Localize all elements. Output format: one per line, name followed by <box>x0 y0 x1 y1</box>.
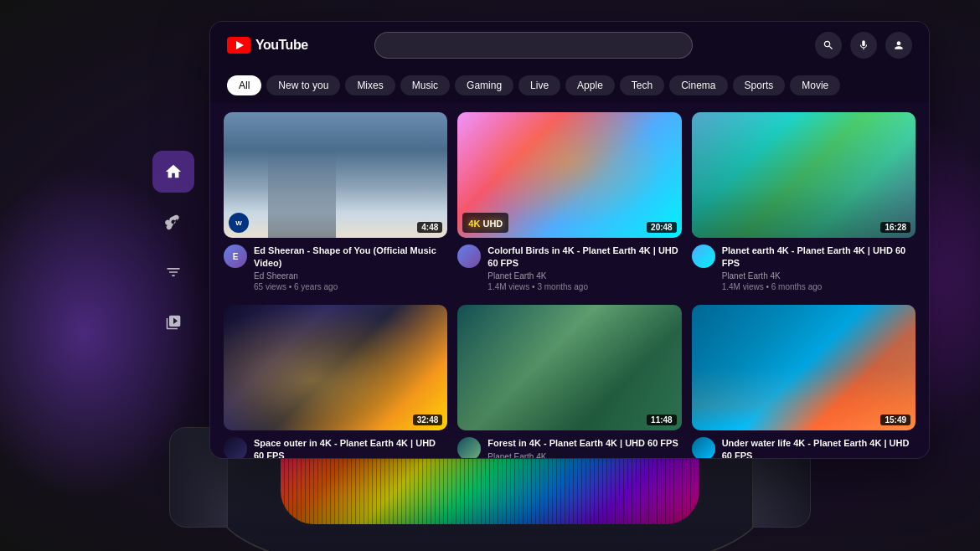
video-duration-5: 11:48 <box>647 415 677 425</box>
video-card-3[interactable]: 16:28 Planet earth 4K - Planet Earth 4K … <box>692 112 916 295</box>
badge-4k-uhd-2: 4K UHD <box>462 213 508 233</box>
tab-all[interactable]: All <box>227 75 261 95</box>
category-tabs: All New to you Mixes Music Gaming Live A… <box>210 69 929 102</box>
video-channel-5: Planet Earth 4K <box>487 452 681 459</box>
tab-live[interactable]: Live <box>518 75 560 95</box>
video-meta-2: Colorful Birds in 4K - Planet Earth 4K |… <box>487 245 681 291</box>
video-meta-5: Forest in 4K - Planet Earth 4K | UHD 60 … <box>487 437 681 459</box>
video-meta-4: Space outer in 4K - Planet Earth 4K | UH… <box>254 437 447 459</box>
video-title-3: Planet earth 4K - Planet Earth 4K | UHD … <box>722 245 916 269</box>
youtube-window: YouTube All New to you Mixes Music Gamin… <box>209 21 930 459</box>
video-info-1: E Ed Sheeran - Shape of You (Official Mu… <box>224 238 447 295</box>
video-duration-6: 15:49 <box>880 415 910 425</box>
video-thumbnail-3: 16:28 <box>692 112 916 238</box>
youtube-logo-text: YouTube <box>255 38 308 53</box>
search-icon-btn[interactable] <box>815 32 842 59</box>
video-duration-4: 32:48 <box>413 415 443 425</box>
video-stats-1: 65 views • 6 years ago <box>254 282 447 291</box>
video-title-5: Forest in 4K - Planet Earth 4K | UHD 60 … <box>487 437 681 449</box>
video-thumbnail-1: W 4:48 <box>224 112 447 238</box>
sidebar-item-home[interactable] <box>152 151 194 193</box>
video-thumbnail-6: 15:49 <box>692 305 916 430</box>
video-info-2: Colorful Birds in 4K - Planet Earth 4K |… <box>457 238 681 295</box>
video-title-1: Ed Sheeran - Shape of You (Official Musi… <box>254 245 447 269</box>
warner-badge: W <box>229 213 249 233</box>
video-thumbnail-4: 32:48 <box>224 305 447 430</box>
video-channel-3: Planet Earth 4K <box>722 271 916 281</box>
tab-sports[interactable]: Sports <box>733 75 786 95</box>
tab-cinema[interactable]: Cinema <box>669 75 727 95</box>
tab-gaming[interactable]: Gaming <box>455 75 513 95</box>
youtube-logo-icon <box>227 37 250 54</box>
mic-icon-btn[interactable] <box>850 32 877 59</box>
video-info-3: Planet earth 4K - Planet Earth 4K | UHD … <box>692 238 916 295</box>
video-card-6[interactable]: 15:49 Under water life 4K - Planet Earth… <box>692 305 916 459</box>
video-thumbnail-2: 4K UHD 20:48 <box>457 112 681 238</box>
video-card-2[interactable]: 4K UHD 20:48 Colorful Birds in 4K - Plan… <box>457 112 681 295</box>
channel-avatar-1: E <box>224 245 247 268</box>
channel-avatar-6 <box>692 437 715 459</box>
video-title-4: Space outer in 4K - Planet Earth 4K | UH… <box>254 437 447 459</box>
video-content: W 4:48 E Ed Sheeran - Shape of You (Offi… <box>210 102 929 459</box>
header: YouTube <box>210 22 929 69</box>
channel-avatar-4 <box>224 437 247 459</box>
search-bar[interactable] <box>374 32 693 59</box>
video-card-4[interactable]: 32:48 Space outer in 4K - Planet Earth 4… <box>224 305 447 459</box>
youtube-logo[interactable]: YouTube <box>227 37 308 54</box>
video-card-5[interactable]: 11:48 Forest in 4K - Planet Earth 4K | U… <box>457 305 681 459</box>
sidebar <box>147 151 200 343</box>
video-meta-6: Under water life 4K - Planet Earth 4K | … <box>722 437 916 459</box>
video-title-6: Under water life 4K - Planet Earth 4K | … <box>722 437 916 459</box>
sidebar-item-shorts[interactable] <box>152 201 194 243</box>
video-info-6: Under water life 4K - Planet Earth 4K | … <box>692 430 916 459</box>
tab-apple[interactable]: Apple <box>565 75 615 95</box>
video-duration-2: 20:48 <box>647 222 677 233</box>
video-grid: W 4:48 E Ed Sheeran - Shape of You (Offi… <box>224 112 916 459</box>
channel-avatar-2 <box>457 245 481 268</box>
video-meta-1: Ed Sheeran - Shape of You (Official Musi… <box>254 245 447 291</box>
video-meta-3: Planet earth 4K - Planet Earth 4K | UHD … <box>722 245 916 291</box>
video-title-2: Colorful Birds in 4K - Planet Earth 4K |… <box>487 245 681 269</box>
tab-tech[interactable]: Tech <box>620 75 664 95</box>
channel-avatar-5 <box>457 437 481 459</box>
video-duration-3: 16:28 <box>880 222 910 233</box>
sidebar-item-library[interactable] <box>152 301 194 343</box>
video-stats-3: 1.4M views • 6 months ago <box>722 282 916 291</box>
account-icon-btn[interactable] <box>885 32 912 59</box>
video-channel-1: Ed Sheeran <box>254 271 447 281</box>
tab-mixes[interactable]: Mixes <box>345 75 395 95</box>
video-channel-2: Planet Earth 4K <box>487 271 681 281</box>
video-thumbnail-5: 11:48 <box>457 305 681 430</box>
tab-movie[interactable]: Movie <box>790 75 840 95</box>
video-info-4: Space outer in 4K - Planet Earth 4K | UH… <box>224 430 447 459</box>
video-card-1[interactable]: W 4:48 E Ed Sheeran - Shape of You (Offi… <box>224 112 447 295</box>
tab-music[interactable]: Music <box>400 75 450 95</box>
header-icons <box>815 32 912 59</box>
tab-new-to-you[interactable]: New to you <box>266 75 340 95</box>
channel-avatar-3 <box>692 245 715 268</box>
video-info-5: Forest in 4K - Planet Earth 4K | UHD 60 … <box>457 430 681 459</box>
video-duration-1: 4:48 <box>417 222 442 233</box>
sidebar-item-subscriptions[interactable] <box>152 251 194 293</box>
video-stats-2: 1.4M views • 3 months ago <box>487 282 681 291</box>
